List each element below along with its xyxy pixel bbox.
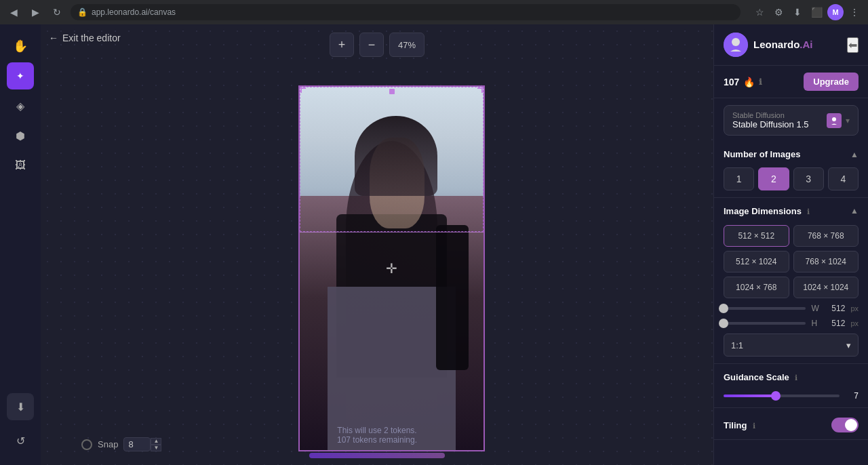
tiling-title-area: Tiling ℹ [724,419,755,431]
download-manager-button[interactable]: ⬇ [789,4,806,20]
snap-down-button[interactable]: ▼ [151,445,161,451]
dim-512x512-button[interactable]: 512 × 512 [724,225,789,247]
token-help-icon[interactable]: ℹ [759,77,762,87]
canvas-image-inner: ✛ [300,87,484,450]
guidance-scale-info-icon[interactable]: ℹ [795,373,797,382]
upgrade-button[interactable]: Upgrade [804,73,859,91]
width-slider-thumb[interactable] [719,304,728,313]
width-slider-track[interactable] [724,307,806,310]
number-of-images-title: Number of Images [724,149,800,159]
snap-control: Snap 8 ▲ ▼ [81,437,161,451]
browser-actions: ☆ ⚙ ⬇ ⬛ M ⋮ [751,4,863,20]
undo-button[interactable]: ↺ [7,427,34,454]
tiling-toggle[interactable] [831,418,859,432]
brand-name: Leonardo.Ai [753,39,813,51]
model-selector-right: ▾ [827,113,850,128]
snap-up-button[interactable]: ▲ [151,438,161,445]
bookmark-button[interactable]: ☆ [751,4,768,20]
reload-button[interactable]: ↻ [49,4,65,20]
svg-point-2 [832,117,836,121]
forward-button[interactable]: ▶ [27,4,43,20]
model-selector[interactable]: Stable Diffusion Stable Diffusion 1.5 ▾ [724,105,859,136]
snap-checkbox[interactable] [81,439,92,450]
right-panel: Leonardo.Ai ⬅ 107 🔥 ℹ Upgrade Stable Dif… [713,24,868,465]
guidance-scale-section: Guidance Scale ℹ 7 [714,364,868,408]
select-icon: ✦ [16,70,24,81]
model-chevron-icon: ▾ [846,116,850,125]
height-slider-track[interactable] [724,322,806,325]
brand-dot-ai: .Ai [800,39,812,50]
aspect-ratio-value: 1:1 [731,340,743,350]
profile-avatar[interactable]: M [827,4,844,20]
back-button[interactable]: ◀ [5,4,22,20]
hand-tool-button[interactable]: ✋ [7,33,34,60]
canvas-controls: + − 47% [330,33,425,57]
download-icon: ⬇ [16,401,25,413]
snap-value-display: 8 [123,437,151,451]
guidance-slider-track[interactable] [724,395,840,397]
image-dimensions-title: Image Dimensions ℹ [724,205,810,217]
canvas-area[interactable]: ← Exit the editor + − 47% [41,24,713,465]
left-toolbar: ✋ ✦ ◈ ⬢ 🖼 ⬇ ↺ [0,24,41,465]
url-text: app.leonardo.ai/canvas [92,7,176,17]
dim-1024x768-button[interactable]: 1024 × 768 [724,277,789,298]
canvas-image: ✛ [298,85,485,451]
browser-bar: ◀ ▶ ↻ 🔒 app.leonardo.ai/canvas ☆ ⚙ ⬇ ⬛ M… [0,0,868,24]
eraser-tool-button[interactable]: ◈ [7,92,34,119]
guidance-slider-row: 7 [724,391,859,401]
collapse-panel-button[interactable]: ⬅ [847,37,859,53]
zoom-level: 47% [389,33,425,57]
tiling-section: Tiling ℹ [714,408,868,440]
brand-name-text: Leonardo [753,39,800,50]
exit-editor-button[interactable]: ← Exit the editor [49,33,121,43]
token-count-display: 107 🔥 ℹ [724,77,762,87]
model-icon [827,113,842,128]
num-images-4-button[interactable]: 4 [828,167,859,190]
token-info-line2: 107 tokens remaining. [337,435,417,445]
aspect-ratio-select[interactable]: 1:1 ▾ [724,333,859,357]
dim-768x768-button[interactable]: 768 × 768 [793,225,859,247]
number-of-images-chevron-icon[interactable]: ▲ [850,150,859,159]
fill-tool-button[interactable]: ⬢ [7,122,34,149]
dim-768x1024-button[interactable]: 768 × 1024 [793,251,859,272]
download-tool-button[interactable]: ⬇ [7,393,34,420]
dim-1024x1024-button[interactable]: 1024 × 1024 [793,277,859,298]
token-row: 107 🔥 ℹ Upgrade [714,66,868,98]
apps-button[interactable]: ⬛ [808,4,825,20]
fire-icon: 🔥 [743,77,755,87]
num-images-2-button[interactable]: 2 [758,167,789,190]
zoom-out-button[interactable]: − [359,33,384,57]
lock-icon: 🔒 [77,7,87,17]
extensions-button[interactable]: ⚙ [770,4,787,20]
image-dimensions-info-icon[interactable]: ℹ [807,207,810,216]
snap-stepper[interactable]: ▲ ▼ [151,438,161,451]
height-unit: px [850,319,859,327]
width-slider-row: W 512 px [724,304,859,313]
zoom-in-button[interactable]: + [330,33,354,57]
dim-512x1024-button[interactable]: 512 × 1024 [724,251,789,272]
guidance-scale-title-area: Guidance Scale ℹ [724,371,797,383]
select-tool-button[interactable]: ✦ [7,62,34,89]
address-bar[interactable]: 🔒 app.leonardo.ai/canvas [71,4,741,20]
image-dimensions-chevron-icon[interactable]: ▲ [850,206,859,216]
num-images-3-button[interactable]: 3 [793,167,824,190]
eraser-icon: ◈ [16,100,24,113]
image-tool-button[interactable]: 🖼 [7,152,34,179]
num-images-1-button[interactable]: 1 [724,167,754,190]
hand-icon: ✋ [13,39,28,54]
snap-value-group: 8 ▲ ▼ [123,437,161,451]
move-cursor-icon: ✛ [386,260,397,277]
number-of-images-section: Number of Images ▲ 1 2 3 4 [714,142,868,198]
width-label: W [811,304,819,313]
tiling-info-icon[interactable]: ℹ [753,422,755,430]
brand-avatar [724,33,748,57]
height-slider-row: H 512 px [724,319,859,328]
aspect-ratio-chevron-icon: ▾ [846,340,851,350]
height-slider-thumb[interactable] [719,319,728,328]
guidance-scale-header: Guidance Scale ℹ [724,371,859,383]
model-label: Stable Diffusion [732,111,809,119]
height-value: 512 [825,319,845,328]
guidance-slider-thumb[interactable] [771,391,781,401]
menu-button[interactable]: ⋮ [846,4,863,20]
guidance-slider-fill [724,395,776,397]
